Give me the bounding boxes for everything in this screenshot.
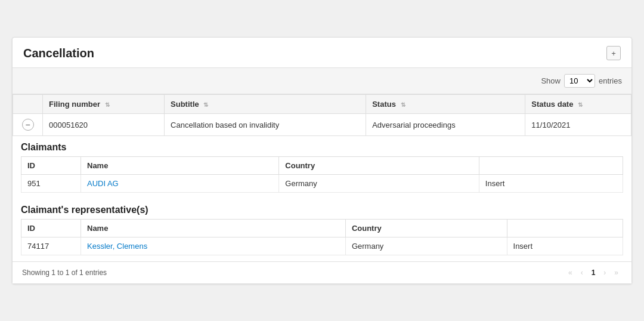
representatives-title: Claimant's representative(s) xyxy=(13,199,631,219)
col-filing-number: Filing number ⇅ xyxy=(43,95,165,114)
main-card: Cancellation + Show 10 25 50 100 entries… xyxy=(12,37,632,284)
table-footer: Showing 1 to 1 of 1 entries « ‹ 1 › » xyxy=(13,261,631,283)
current-page-button[interactable]: 1 xyxy=(588,267,599,279)
claimants-table: ID Name Country 951 AUDI AG Germany Inse… xyxy=(21,156,623,193)
rep-col-action xyxy=(507,220,623,237)
rep-col-country: Country xyxy=(345,220,507,237)
footer-info: Showing 1 to 1 of 1 entries xyxy=(22,268,107,277)
card-body: Show 10 25 50 100 entries Filing number … xyxy=(13,68,631,283)
representatives-table: ID Name Country 74117 Kessler, Clemens G… xyxy=(21,219,623,255)
last-page-button[interactable]: » xyxy=(611,267,622,279)
claimants-col-country: Country xyxy=(279,157,479,175)
page-title: Cancellation xyxy=(23,47,94,60)
entries-select[interactable]: 10 25 50 100 xyxy=(564,74,595,88)
col-status: Status ⇅ xyxy=(366,95,525,114)
claimant-id: 951 xyxy=(21,175,81,193)
row-toggle-cell: − xyxy=(13,114,43,136)
rep-country: Germany xyxy=(345,237,507,255)
row-filing-number: 000051620 xyxy=(43,114,165,136)
table-row: − 000051620 Cancellation based on invali… xyxy=(13,114,631,136)
rep-id: 74117 xyxy=(21,237,81,255)
first-page-button[interactable]: « xyxy=(565,267,576,279)
pagination: « ‹ 1 › » xyxy=(565,267,622,279)
row-subtitle: Cancellation based on invalidity xyxy=(165,114,366,136)
rep-col-name: Name xyxy=(81,220,346,237)
card-header: Cancellation + xyxy=(13,38,631,68)
rep-insert-button[interactable]: Insert xyxy=(513,242,533,251)
toolbar: Show 10 25 50 100 entries xyxy=(13,68,631,94)
claimant-insert-button[interactable]: Insert xyxy=(485,179,505,188)
row-status: Adversarial proceedings xyxy=(366,114,525,136)
col-subtitle: Subtitle ⇅ xyxy=(165,95,366,114)
claimants-title: Claimants xyxy=(13,136,631,156)
next-page-button[interactable]: › xyxy=(600,267,609,279)
sort-icon-status-date[interactable]: ⇅ xyxy=(578,101,583,108)
representative-row: 74117 Kessler, Clemens Germany Insert xyxy=(21,237,623,255)
sort-icon-filing[interactable]: ⇅ xyxy=(105,101,110,108)
claimants-col-action xyxy=(479,157,623,175)
sort-icon-subtitle[interactable]: ⇅ xyxy=(203,101,208,108)
entries-label: entries xyxy=(599,76,622,85)
col-status-date: Status date ⇅ xyxy=(525,95,631,114)
claimant-row: 951 AUDI AG Germany Insert xyxy=(21,175,623,193)
expand-button[interactable]: + xyxy=(606,46,621,60)
row-status-date: 11/10/2021 xyxy=(525,114,631,136)
col-toggle xyxy=(13,95,43,114)
rep-col-id: ID xyxy=(21,220,81,237)
sort-icon-status[interactable]: ⇅ xyxy=(401,101,405,108)
rep-name-link[interactable]: Kessler, Clemens xyxy=(87,242,147,251)
claimants-col-name: Name xyxy=(81,157,279,175)
row-toggle-button[interactable]: − xyxy=(22,119,34,131)
claimant-name: AUDI AG xyxy=(81,175,279,193)
claimant-country: Germany xyxy=(279,175,479,193)
claimants-col-id: ID xyxy=(21,157,81,175)
prev-page-button[interactable]: ‹ xyxy=(577,267,587,279)
rep-name: Kessler, Clemens xyxy=(81,237,346,255)
claimant-insert: Insert xyxy=(479,175,623,193)
rep-insert: Insert xyxy=(507,237,623,255)
claimant-name-link[interactable]: AUDI AG xyxy=(87,179,119,188)
show-label: Show xyxy=(541,76,561,85)
main-table: Filing number ⇅ Subtitle ⇅ Status ⇅ Stat… xyxy=(13,94,631,136)
